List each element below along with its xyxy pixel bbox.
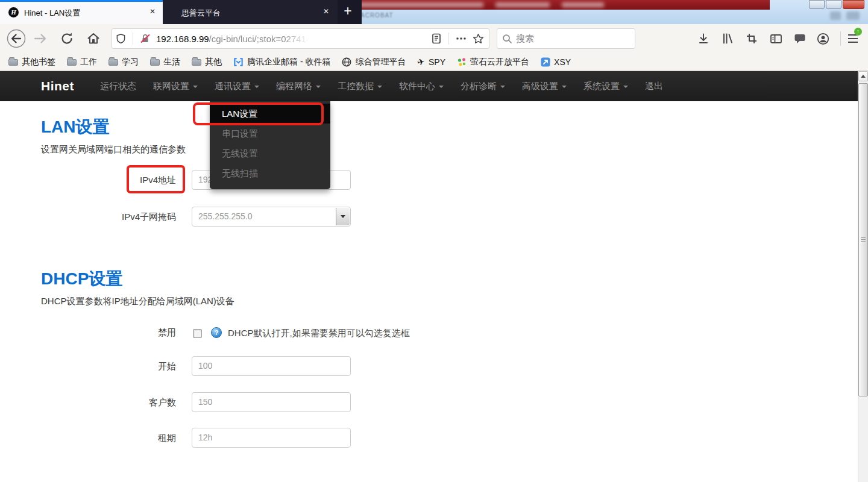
site-favicon: H <box>8 7 19 17</box>
scrollbar-up-arrow[interactable] <box>858 71 868 81</box>
bookmark-label: 综合管理平台 <box>355 57 406 67</box>
bookmark-label: 其他书签 <box>22 57 55 67</box>
search-placeholder: 搜索 <box>516 33 534 45</box>
divider <box>840 31 841 46</box>
netmask-value: 255.255.255.0 <box>198 211 253 221</box>
bookmark-spy[interactable]: ✈ SPY <box>417 57 445 67</box>
search-icon <box>502 34 512 44</box>
annotation-box-lan-menu <box>193 102 324 125</box>
nav-item-programming[interactable]: 编程网络 <box>268 71 329 101</box>
forward-button[interactable] <box>29 27 52 50</box>
nav-item-industrial-data[interactable]: 工控数据 <box>329 71 391 101</box>
background-window: ACROBAT <box>351 0 868 24</box>
brand-logo[interactable]: Hinet <box>41 71 74 101</box>
chevron-down-icon <box>377 86 382 88</box>
bookmark-folder[interactable]: 工作 <box>67 57 97 67</box>
dhcp-disable-checkbox[interactable] <box>193 329 202 338</box>
bookmark-mgmt-platform[interactable]: 综合管理平台 <box>342 57 406 67</box>
background-maximize-button[interactable] <box>826 0 841 9</box>
back-button[interactable] <box>5 27 28 50</box>
address-bar[interactable]: 192.168.9.99/cgi-bin/luci/;stok=027414 <box>112 28 489 49</box>
chevron-down-icon <box>254 86 259 88</box>
divider <box>133 33 133 45</box>
new-tab-button[interactable]: + <box>340 2 356 20</box>
close-icon[interactable]: ✕ <box>323 7 329 16</box>
dropdown-item-serial[interactable]: 串口设置 <box>210 124 330 143</box>
background-close-button[interactable] <box>843 0 864 9</box>
nav-item-diagnosis[interactable]: 分析诊断 <box>452 71 514 101</box>
scrollbar-thumb[interactable] <box>858 83 868 396</box>
netmask-label: IPv4子网掩码 <box>41 207 176 227</box>
tracking-shield-icon[interactable] <box>112 30 129 47</box>
dhcp-section-title: DHCP设置 <box>41 268 122 290</box>
account-icon[interactable] <box>814 30 832 48</box>
site-navbar: Hinet 运行状态 联网设置 通讯设置 编程网络 工控数据 软件中心 分析诊断… <box>0 71 858 101</box>
bookmark-label: 学习 <box>122 57 139 67</box>
reload-icon[interactable] <box>55 27 78 50</box>
folder-icon <box>67 58 77 66</box>
browser-chrome: 192.168.9.99/cgi-bin/luci/;stok=027414 搜… <box>0 24 868 71</box>
tab-active[interactable]: H Hinet - LAN设置 ✕ <box>0 0 163 24</box>
blurred-title-text <box>357 2 483 7</box>
bookmarks-bar: 其他书签 工作 学习 生活 其他 腾讯企业邮箱 - 收件箱 综合管理平台 ✈ S… <box>0 53 868 70</box>
tencent-mail-icon <box>233 57 244 67</box>
url-host: 192.168.9.99 <box>156 34 209 44</box>
dhcp-lease-input[interactable]: 12h <box>192 428 351 448</box>
dhcp-disable-label: 禁用 <box>41 322 176 342</box>
dhcp-lease-label: 租期 <box>41 428 176 448</box>
tab-title: Hinet - LAN设置 <box>24 8 80 19</box>
dhcp-start-input[interactable]: 100 <box>192 356 351 376</box>
ezviz-icon <box>457 57 467 67</box>
bookmark-folder[interactable]: 学习 <box>108 57 139 67</box>
lan-section-title: LAN设置 <box>41 116 110 139</box>
dhcp-clients-input[interactable]: 150 <box>192 392 351 412</box>
dropdown-item-wireless[interactable]: 无线设置 <box>210 143 330 163</box>
nav-item-software[interactable]: 软件中心 <box>391 71 452 101</box>
pocket-bubble-icon[interactable] <box>791 30 809 48</box>
bookmark-label: XSY <box>554 57 571 67</box>
bookmark-xsy[interactable]: XSY <box>541 57 571 67</box>
chevron-down-icon <box>439 86 444 88</box>
dropdown-item-wireless-scan[interactable]: 无线扫描 <box>210 163 330 183</box>
nav-item-comm[interactable]: 通讯设置 <box>206 71 268 101</box>
background-titlebar <box>351 0 770 10</box>
sidebar-icon[interactable] <box>767 30 785 48</box>
nav-item-advanced[interactable]: 高级设置 <box>514 71 575 101</box>
chevron-down-icon <box>193 86 198 88</box>
bookmark-folder[interactable]: 其他书签 <box>8 57 55 67</box>
folder-icon <box>192 58 201 66</box>
netmask-select[interactable]: 255.255.255.0 <box>192 207 351 227</box>
acrobat-ribbon-tab: ACROBAT <box>360 12 394 19</box>
nav-item-status[interactable]: 运行状态 <box>92 71 145 101</box>
insecure-lock-icon[interactable] <box>137 30 154 47</box>
screenshot-icon[interactable] <box>743 30 761 48</box>
navbar-menu: 运行状态 联网设置 通讯设置 编程网络 工控数据 软件中心 分析诊断 高级设置 … <box>92 71 671 101</box>
bookmark-label: SPY <box>429 57 445 67</box>
nav-item-system[interactable]: 系统设置 <box>575 71 637 101</box>
tab-bar: 思普云平台 ✕ H Hinet - LAN设置 ✕ <box>0 0 362 24</box>
reader-mode-icon[interactable] <box>428 30 445 47</box>
bookmark-tencent-mail[interactable]: 腾讯企业邮箱 - 收件箱 <box>233 57 330 67</box>
search-input[interactable]: 搜索 <box>497 28 635 49</box>
bookmark-star-icon[interactable] <box>470 30 486 47</box>
chevron-down-icon <box>341 215 345 218</box>
xsy-icon <box>541 57 550 67</box>
ribbon-icon-blob <box>846 11 860 20</box>
library-icon[interactable] <box>719 30 737 48</box>
nav-item-logout[interactable]: 退出 <box>637 71 671 101</box>
home-button[interactable] <box>82 27 105 50</box>
plane-icon: ✈ <box>417 57 426 66</box>
close-icon[interactable]: ✕ <box>149 7 156 16</box>
nav-item-wan[interactable]: 联网设置 <box>145 71 206 101</box>
background-minimize-button[interactable] <box>809 0 825 9</box>
download-icon[interactable] <box>694 30 712 48</box>
tab-inactive[interactable]: 思普云平台 ✕ <box>163 0 338 24</box>
bookmark-folder[interactable]: 其他 <box>192 57 222 67</box>
bookmark-folder[interactable]: 生活 <box>150 57 180 67</box>
bookmark-ezviz[interactable]: 萤石云开放平台 <box>457 57 529 67</box>
url-text[interactable]: 192.168.9.99/cgi-bin/luci/;stok=027414 <box>156 34 311 44</box>
page-actions-icon[interactable] <box>453 30 470 47</box>
page-scrollbar[interactable] <box>858 71 868 482</box>
select-dropdown-button[interactable] <box>336 208 350 225</box>
divider <box>448 33 449 45</box>
